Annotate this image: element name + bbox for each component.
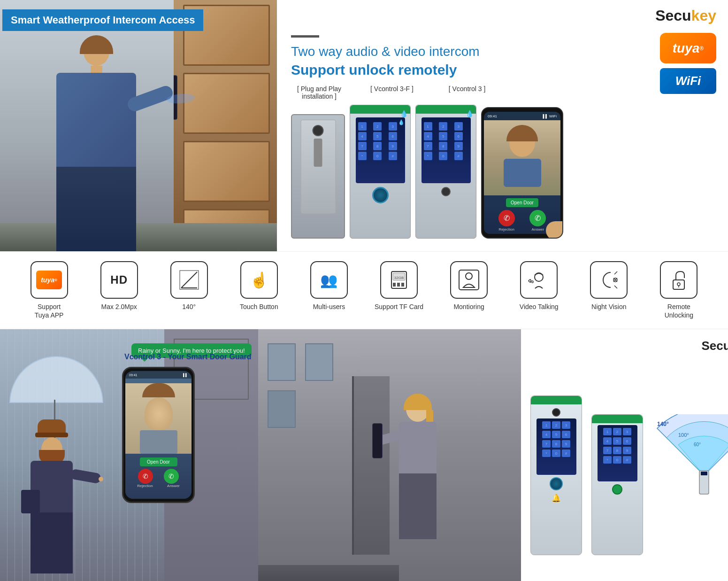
main-tagline-2: Support unlock remotely xyxy=(291,62,716,78)
br-device-top-led xyxy=(531,396,582,404)
product-label-2-text: [ Vcontrol 3-F ] xyxy=(370,85,414,93)
brand-logo: Secukey xyxy=(655,7,716,24)
phone-status-right: ▌▌ WiFi xyxy=(543,114,557,118)
hero-image: Smart Weatherproof Intercom Access xyxy=(0,0,277,251)
bp-status-right: ▌▌ xyxy=(183,373,188,377)
feature-label-touch: Touch Button xyxy=(240,302,278,311)
feature-night-vision: Night Vision xyxy=(581,261,637,311)
main-tagline-1: Two way audio & video intercom xyxy=(291,43,716,60)
br-key-9: 9 xyxy=(562,440,570,448)
product-label-3-text: [ Vcontrol 3 ] xyxy=(449,85,486,93)
svg-rect-17 xyxy=(673,280,684,289)
feature-tuya-app: tuya® Support Tuya APP xyxy=(21,261,77,319)
product-flush-mount xyxy=(291,114,345,239)
br-secu-text: Secu xyxy=(701,339,728,353)
bp-call-red[interactable]: ✆ xyxy=(138,469,153,484)
br2-key-4: 4 xyxy=(603,437,612,445)
feature-label-night-vision: Night Vision xyxy=(591,302,626,311)
br-device2-top-led xyxy=(592,415,643,423)
feature-tf-card: 32GB Support TF Card xyxy=(371,261,427,311)
bp-label-rejection: Rejection xyxy=(137,484,153,488)
bm-woman xyxy=(385,387,451,581)
svg-rect-8 xyxy=(401,283,404,287)
tuya-app-icon: tuya® xyxy=(31,261,68,299)
call-btn-reject[interactable]: ✆ xyxy=(498,210,515,226)
bp-video-area xyxy=(125,383,192,454)
brand-key: key xyxy=(691,7,716,24)
call-btn-answer[interactable]: ✆ xyxy=(529,210,546,226)
feature-label-tuya: Support Tuya APP xyxy=(35,302,64,319)
bp-label-answer: Answer xyxy=(167,484,180,488)
br-key-6: 6 xyxy=(562,431,570,438)
svg-rect-7 xyxy=(397,283,400,287)
feature-label-tf-card: Support TF Card xyxy=(375,302,423,311)
wifi-badge: WiFi xyxy=(660,68,716,94)
feature-label-hd: Max 2.0Mpx xyxy=(101,302,137,311)
tuya-text: tuya xyxy=(673,41,700,56)
bottom-section: Rainy or Sunny, I'm here to protect you!… xyxy=(0,329,728,581)
feature-label-remote-unlocking: Remote Unlocking xyxy=(665,302,693,319)
feature-monitoring: Montioring xyxy=(441,261,497,311)
bm-door-device xyxy=(372,423,383,458)
br-devices-container: 1 2 3 4 5 6 7 8 9 * xyxy=(530,339,728,581)
umbrella-person xyxy=(5,349,117,581)
video-talking-icon xyxy=(520,261,558,299)
features-row: tuya® Support Tuya APP HD Max 2.0Mpx 140… xyxy=(0,251,728,329)
bp-label-row: Rejection Answer xyxy=(125,484,192,488)
feature-remote-unlocking: Remote Unlocking xyxy=(651,261,707,319)
feature-label-multi-users: Multi-users xyxy=(313,302,345,311)
video-talk-svg xyxy=(527,268,551,292)
phone-open-door-btn[interactable]: Open Door xyxy=(506,198,538,207)
feature-label-monitoring: Montioring xyxy=(453,302,484,311)
br-device-keypad: 1 2 3 4 5 6 7 8 9 * xyxy=(536,418,576,475)
phone-video-area xyxy=(484,120,560,195)
bottom-left-phone: 09:41 ▌▌ Open Door ✆ ✆ xyxy=(122,367,195,503)
angle-diagram-svg: 140° 100° 60° xyxy=(652,414,728,536)
vcontrol-label-text: Vcontrol 3 - Your Smart Door Guard xyxy=(124,353,252,361)
br-device-2: 1 2 3 4 5 6 7 8 9 * xyxy=(591,414,643,555)
touch-icon: ☝ xyxy=(240,261,278,299)
bottom-right-display: Secukey 1 2 3 4 5 6 xyxy=(521,329,728,581)
br-key-star: * xyxy=(542,449,551,457)
tuya-sup: ® xyxy=(699,45,704,52)
product-label-1a: [ Plug and Play xyxy=(297,85,341,93)
monitor-svg xyxy=(457,268,481,292)
product-label-1: [ Plug and Play installation ] xyxy=(291,85,347,100)
hero-title: Smart Weatherproof Intercom Access xyxy=(2,9,203,31)
svg-text:100°: 100° xyxy=(678,432,689,438)
br2-key-0: 0 xyxy=(613,456,621,464)
bp-call-green[interactable]: ✆ xyxy=(164,469,179,484)
br-key-4: 4 xyxy=(542,431,551,438)
tuya-badge: tuya® xyxy=(660,33,716,63)
br-device-camera xyxy=(552,408,560,417)
product-label-2: [ Vcontrol 3-F ] xyxy=(361,85,422,100)
product-labels-row: [ Plug and Play installation ] [ Vcontro… xyxy=(291,85,716,100)
call-label-answer: Answer xyxy=(529,227,546,232)
feature-label-angle: 140° xyxy=(182,302,196,311)
brand-secu: Secu xyxy=(655,7,691,24)
svg-text:32GB: 32GB xyxy=(394,276,404,280)
svg-point-10 xyxy=(466,273,472,279)
multi-users-icon: 👥 xyxy=(310,261,348,299)
product-vcontrol3: 1 2 3 4 5 6 7 8 9 * 0 # xyxy=(415,105,476,239)
right-content: Secukey tuya® WiFi Two way audio & video… xyxy=(277,0,728,251)
svg-text:140°: 140° xyxy=(657,421,669,427)
feature-angle: 140° xyxy=(161,261,217,311)
phone-status-left: 09:41 xyxy=(488,114,497,118)
angle-svg xyxy=(177,268,201,292)
svg-line-12 xyxy=(614,271,617,274)
bp-open-door-btn[interactable]: Open Door xyxy=(140,457,177,466)
br-device-fingerprint xyxy=(550,477,563,490)
call-label-rejection: Rejection xyxy=(498,227,515,232)
wifi-text: WiFi xyxy=(675,74,701,88)
product-label-3: [ Vcontrol 3 ] xyxy=(437,85,498,100)
products-row: 1 2 3 4 5 6 7 8 9 * 0 # xyxy=(291,105,716,239)
bottom-left-scene: Rainy or Sunny, I'm here to protect you!… xyxy=(0,329,258,581)
feature-multi-users: 👥 Multi-users xyxy=(301,261,357,311)
svg-line-13 xyxy=(614,286,617,288)
bottom-middle-scene xyxy=(258,329,521,581)
tuya-icon-text: tuya xyxy=(41,276,54,284)
feature-touch: ☝ Touch Button xyxy=(231,261,287,311)
br2-key-hash: # xyxy=(623,456,631,464)
br2-key-6: 6 xyxy=(623,437,631,445)
